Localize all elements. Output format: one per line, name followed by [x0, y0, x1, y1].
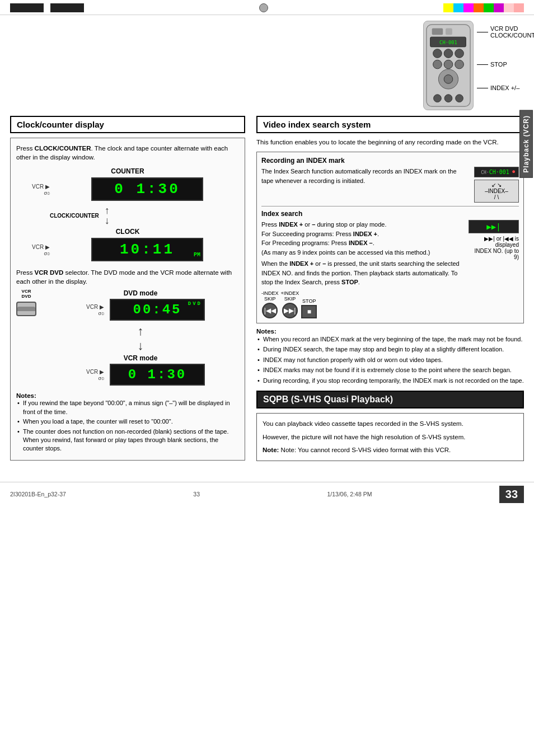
svg-point-9: [444, 60, 453, 69]
counter-display-row: VCR ▶σ⌽ 0 1:30: [16, 177, 239, 202]
search-row: Press INDEX + or – during stop or play m…: [261, 220, 519, 287]
ch-display: CH·CH·001 ●: [474, 167, 519, 177]
btn-plus-index-label: +INDEXSKIP: [281, 290, 299, 302]
dvd-vcr-group: VCRDVD DVD mode VCR ▶σ⌽ 00:45 DVD: [16, 289, 239, 389]
index-note-3: INDEX may not function properly with old…: [256, 355, 524, 365]
clock-counter-arrow-row: CLOCK/COUNTER ↑ ↓: [50, 205, 239, 226]
remote-labels: VCR DVD CLOCK/COUNTER STOP INDEX +/–: [477, 25, 534, 91]
svg-point-7: [455, 49, 464, 58]
btn-stop-label: STOP: [302, 298, 316, 304]
color-purple: [494, 3, 504, 12]
side-tab: Playback (VCR): [519, 110, 533, 178]
counter-label: COUNTER: [16, 167, 239, 175]
index-inner-box: Recording an INDEX mark The Index Search…: [256, 152, 524, 323]
dvd-display-row: VCR ▶σ⌽ 00:45 DVD: [42, 299, 239, 321]
sqpb-section-box: You can playback video cassette tapes re…: [256, 413, 524, 461]
sqpb-text2: However, the picture will not have the h…: [263, 433, 518, 442]
up-down-arrow: ↑ ↓: [105, 205, 110, 226]
video-index-intro: This function enables you to locate the …: [256, 138, 524, 147]
clock-section-box: Press CLOCK/COUNTER. The clock and tape …: [10, 138, 245, 461]
vcr-dvd-text: Press VCR DVD selector. The DVD mode and…: [16, 268, 239, 286]
remote-svg: CH·001: [423, 21, 474, 110]
sqpb-header: SQPB (S-VHS Quasi Playback): [256, 391, 524, 408]
svg-rect-1: [432, 29, 443, 35]
recording-index-body: The Index Search function automatically …: [261, 167, 470, 185]
vcr-dvd-selector: VCRDVD: [16, 289, 36, 316]
recording-index-img: CH·CH·001 ● ↙ ↘ –INDEX– / \: [474, 167, 519, 203]
color-yellow: [443, 3, 453, 12]
dvd-mode-label: DVD mode: [42, 289, 239, 297]
color-cyan: [453, 3, 463, 12]
mode-displays: DVD mode VCR ▶σ⌽ 00:45 DVD ↑↓ VCR mode V…: [42, 289, 239, 389]
svg-text:CH·001: CH·001: [439, 40, 457, 45]
index-note-5: During recording, if you stop recording …: [256, 376, 524, 386]
page-number: 33: [499, 486, 524, 503]
svg-point-10: [455, 60, 464, 69]
clock-notes-list: If you rewind the tape beyond "00:00", a…: [16, 399, 239, 453]
bottom-right: 1/13/06, 2:48 PM: [327, 491, 372, 497]
search-line-2: For Succeeding programs: Press INDEX +.: [261, 229, 464, 239]
search-line-5: When the INDEX + or – is pressed, the un…: [261, 259, 464, 287]
clock-notes-title: Notes:: [16, 392, 239, 399]
vcr-label-clock: VCR ▶σ⌽: [16, 244, 50, 256]
vcr-mode-label: VCR mode: [42, 354, 239, 362]
index-note-2: During INDEX search, the tape may stop a…: [256, 345, 524, 354]
top-bar-left: [10, 3, 84, 12]
color-orange: [474, 3, 484, 12]
svg-point-14: [444, 95, 452, 102]
clock-display: 10:11 PM: [91, 238, 203, 261]
counter-display: 0 1:30: [91, 177, 203, 201]
svg-point-13: [434, 95, 442, 102]
vcr-label-counter: VCR ▶σ⌽: [16, 184, 50, 196]
right-column: CH·001: [245, 21, 524, 465]
color-bar: [443, 3, 524, 12]
stop-label: STOP: [490, 61, 507, 68]
color-magenta: [463, 3, 474, 12]
index-note-4: INDEX marks may not be found if it is ex…: [256, 365, 524, 375]
svg-point-12: [444, 75, 453, 84]
svg-rect-2: [446, 29, 452, 35]
sqpb-note: Note: Note: You cannot record S-VHS vide…: [263, 445, 518, 455]
dvd-display: 00:45 DVD: [110, 299, 205, 321]
vcr-label-dvd: VCR ▶σ⌽: [76, 304, 104, 316]
index-notes-title: Notes:: [256, 328, 524, 335]
btn-plus-index: +INDEXSKIP ▶▶|: [281, 290, 299, 318]
selector-text: VCRDVD: [22, 289, 31, 299]
search-line-1: Press INDEX + or – during stop or play m…: [261, 220, 464, 229]
left-column: Clock/counter display Press CLOCK/COUNTE…: [10, 21, 245, 465]
bottom-bar: 2I30201B-En_p32-37 33 1/13/06, 2:48 PM 3…: [0, 482, 534, 506]
search-line-3: For Preceding programs: Press INDEX –.: [261, 238, 464, 248]
selector-button[interactable]: [16, 302, 36, 316]
top-bar-block-2: [50, 3, 84, 12]
index-symbol: ↙ ↘ –INDEX– / \: [474, 180, 519, 203]
remote-label-vcr-dvd: VCR DVD CLOCK/COUNTER: [477, 25, 534, 39]
remote-label-index: INDEX +/–: [477, 84, 534, 91]
index-label: INDEX +/–: [490, 84, 519, 91]
btn-stop-button[interactable]: ■: [301, 305, 317, 318]
vcr-label-vcr: VCR ▶σ⌽: [76, 369, 104, 381]
sqpb-text1: You can playback video cassette tapes re…: [263, 419, 518, 429]
clock-display-row: VCR ▶σ⌽ 10:11 PM: [16, 238, 239, 262]
clock-intro: Press CLOCK/COUNTER. The clock and tape …: [16, 144, 239, 162]
dvd-suffix: DVD: [188, 301, 202, 307]
vcr-dvd-clock-label: VCR DVD CLOCK/COUNTER: [490, 25, 534, 39]
clock-counter-header: Clock/counter display: [10, 116, 245, 133]
remote-area: CH·001: [256, 21, 524, 110]
clock-notes: Notes: If you rewind the tape beyond "00…: [16, 392, 239, 453]
recording-index-text: The Index Search function automatically …: [261, 167, 470, 185]
btn-plus-index-button[interactable]: ▶▶|: [282, 303, 298, 318]
btn-minus-index-button[interactable]: |◀◀: [262, 303, 278, 318]
clock-label: CLOCK: [16, 228, 239, 236]
svg-point-6: [444, 49, 453, 58]
index-notes: Notes: When you record an INDEX mark at …: [256, 328, 524, 386]
left-top-spacer: [10, 21, 245, 116]
remote-container: CH·001: [423, 21, 513, 110]
index-no-legend: INDEX NO. (up to 9): [469, 248, 519, 260]
vcr-display-row: VCR ▶σ⌽ 0 1:30: [42, 364, 239, 386]
svg-point-15: [456, 95, 463, 102]
clock-note-3: The counter does not function on non-rec…: [16, 428, 239, 453]
index-search-title: Index search: [261, 210, 519, 218]
color-green: [484, 3, 494, 12]
index-notes-list: When you record an INDEX mark at the ver…: [256, 335, 524, 386]
top-bar-block-1: [10, 3, 44, 12]
